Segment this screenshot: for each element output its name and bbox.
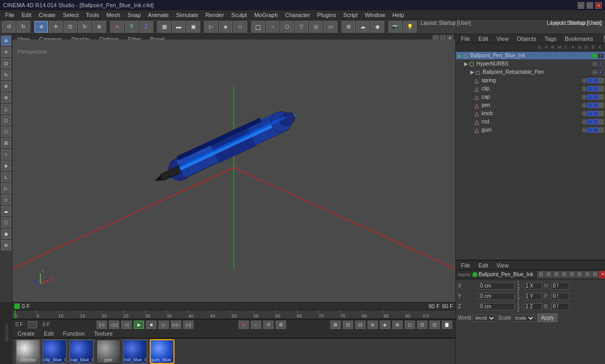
extrude-btn[interactable]: ◉ xyxy=(371,21,384,33)
obj-item-clip[interactable]: △ clip xyxy=(456,85,605,93)
poly-mode-btn[interactable]: ▣ xyxy=(186,21,200,33)
material-pen[interactable]: pen xyxy=(96,339,121,364)
render-region-btn[interactable]: □ xyxy=(233,21,247,33)
attr-btn2[interactable]: ⊡ xyxy=(545,271,552,278)
coord-z2-input[interactable] xyxy=(524,303,542,310)
menu-render[interactable]: Render xyxy=(202,11,227,19)
obj-item-pen[interactable]: △ pen xyxy=(456,101,605,109)
mat-edit[interactable]: Edit xyxy=(42,329,56,338)
obj-item-knob[interactable]: △ knob xyxy=(456,109,605,118)
menu-snap[interactable]: Snap xyxy=(124,11,144,19)
left-tool-t15[interactable]: ⊛ xyxy=(1,240,11,250)
undo-btn[interactable]: ↺ xyxy=(2,21,15,33)
menu-script[interactable]: Script xyxy=(340,11,361,19)
obj-item-root[interactable]: ▶ ◻ Ballpoint_Pen_Blue_Ink ✓ xyxy=(456,52,605,60)
left-tool-t5[interactable]: ⬡ xyxy=(1,126,11,137)
left-tool-select[interactable]: ⊕ xyxy=(1,36,11,46)
menu-tools[interactable]: Tools xyxy=(83,11,102,19)
motion-clip-btn[interactable]: ⊞ xyxy=(330,321,341,329)
close-btn[interactable]: ✕ xyxy=(595,2,602,9)
apply-button[interactable]: Apply xyxy=(537,313,558,322)
material-rod-blue[interactable]: rod_blue_0 xyxy=(123,339,148,364)
sphere-btn[interactable]: ○ xyxy=(266,21,279,33)
menu-select[interactable]: Select xyxy=(60,11,82,19)
transform-tool-btn[interactable]: ⊕ xyxy=(92,21,106,33)
minimize-btn[interactable]: ─ xyxy=(578,2,584,9)
coord-b-input[interactable] xyxy=(551,303,569,310)
x-axis-btn[interactable]: ✕ xyxy=(110,21,124,33)
obj-objects-menu[interactable]: Objects xyxy=(515,35,538,43)
stop-btn[interactable]: ■ xyxy=(146,321,156,329)
coord-h-input[interactable] xyxy=(551,282,569,290)
motion-clip3-btn[interactable]: ⊡ xyxy=(355,321,365,329)
obj-item-spring[interactable]: △ spring xyxy=(456,76,605,85)
loop-btn[interactable]: ↺ xyxy=(263,321,274,329)
obj-item-rod[interactable]: △ rod xyxy=(456,118,605,126)
attr-btn3[interactable]: ⊡ xyxy=(553,271,560,278)
material-cap-blue[interactable]: cap_blue_0 xyxy=(69,339,94,364)
motion-clip2-btn[interactable]: ⊡ xyxy=(343,321,353,329)
world-select[interactable]: World xyxy=(472,314,496,322)
render-settings-btn[interactable]: ◈ xyxy=(219,21,232,33)
motion-clip5-btn[interactable]: ◈ xyxy=(380,321,390,329)
material-gum-blue[interactable]: gum_blue_ xyxy=(150,339,174,364)
attr-btn7[interactable]: ⊡ xyxy=(584,271,591,278)
torus-btn[interactable]: ◎ xyxy=(309,21,323,33)
play-btn[interactable]: ▶ xyxy=(134,321,144,329)
menu-character[interactable]: Character xyxy=(282,11,313,19)
left-tool-move[interactable]: ✛ xyxy=(1,47,11,57)
menu-help[interactable]: Help xyxy=(389,11,407,19)
attr-edit-menu[interactable]: Edit xyxy=(476,261,490,270)
obj-bookmarks-menu[interactable]: Bookmarks xyxy=(563,35,595,43)
camera-btn[interactable]: 📷 xyxy=(389,21,402,33)
menu-window[interactable]: Window xyxy=(362,11,388,19)
coord-x-input[interactable] xyxy=(479,282,515,290)
points-mode-btn[interactable]: ▦ xyxy=(157,21,171,33)
left-tool-scale[interactable]: ⊡ xyxy=(1,58,11,69)
cube-btn[interactable]: ◻ xyxy=(251,21,265,33)
obj-view-menu[interactable]: View xyxy=(495,35,511,43)
obj-item-hypernurbs[interactable]: ▶ ⬡ HyperNURBS ✓ xyxy=(456,60,605,68)
mat-function[interactable]: Function xyxy=(61,329,87,338)
redo-btn[interactable]: ↻ xyxy=(17,21,30,33)
coord-p-input[interactable] xyxy=(551,293,569,300)
window-controls[interactable]: ─ □ ✕ xyxy=(578,2,602,9)
settings-btn[interactable]: ⚙ xyxy=(276,321,286,329)
scale-select[interactable]: Scale xyxy=(512,314,535,322)
left-tool-t10[interactable]: ▷ xyxy=(1,183,11,194)
menu-sculpt[interactable]: Sculpt xyxy=(228,11,250,19)
coord-y2-input[interactable] xyxy=(524,293,542,300)
goto-start-btn[interactable]: |◁ xyxy=(97,321,107,329)
left-tool-t9[interactable]: L xyxy=(1,172,11,182)
prev-btn[interactable]: ◁ xyxy=(121,321,132,329)
move-tool-btn[interactable]: ✛ xyxy=(49,21,62,33)
plane-btn[interactable]: ▭ xyxy=(324,21,337,33)
attr-view-menu[interactable]: View xyxy=(495,261,511,270)
obj-item-retractable[interactable]: ▶ ◻ Ballpoint_Retractable_Pen ✓ xyxy=(456,68,605,76)
material-clip-blue[interactable]: clip_blue_0 xyxy=(42,339,67,364)
viewport-scene[interactable]: X Y Z xyxy=(12,34,455,302)
left-tool-t1[interactable]: ⊕ xyxy=(1,81,11,91)
left-tool-t14[interactable]: ◉ xyxy=(1,229,11,239)
attr-btn8[interactable]: ⊡ xyxy=(592,271,599,278)
left-tool-t11[interactable]: ⊹ xyxy=(1,195,11,205)
y-axis-btn[interactable]: Y xyxy=(125,21,138,33)
obj-tags-menu[interactable]: Tags xyxy=(543,35,559,43)
menu-create[interactable]: Create xyxy=(36,11,59,19)
edges-mode-btn[interactable]: ▬ xyxy=(172,21,185,33)
left-tool-t7[interactable]: ○ xyxy=(1,149,11,160)
menu-mesh[interactable]: Mesh xyxy=(103,11,123,19)
left-tool-t4[interactable]: ◻ xyxy=(1,115,11,125)
left-tool-t6[interactable]: ⊞ xyxy=(1,138,11,148)
array-btn[interactable]: ⊞ xyxy=(342,21,355,33)
menu-edit[interactable]: Edit xyxy=(19,11,35,19)
motion-clip10-btn[interactable]: 📋 xyxy=(442,321,452,329)
coord-z-input[interactable] xyxy=(479,303,515,310)
motion-clip7-btn[interactable]: ◻ xyxy=(405,321,415,329)
attr-btn5[interactable]: ⊡ xyxy=(568,271,576,278)
coord-x2-input[interactable] xyxy=(524,282,542,290)
motion-clip4-btn[interactable]: ⊛ xyxy=(368,321,378,329)
viewport[interactable]: View Cameras Display Options Filter Pane… xyxy=(12,34,455,302)
keyframe-btn[interactable]: ⬦ xyxy=(251,321,261,329)
material-chrome[interactable]: chrome xyxy=(15,339,40,364)
